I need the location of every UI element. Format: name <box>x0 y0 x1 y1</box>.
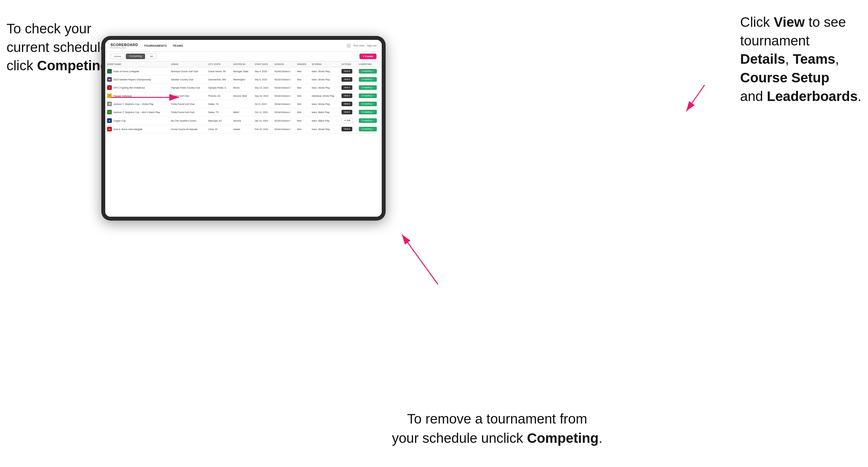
table-row: 🐾 Folds of Honor Collegiate American Dun… <box>105 67 382 75</box>
view-button[interactable]: View ℹ <box>342 93 352 98</box>
competing-button[interactable]: Competing ✓ <box>359 102 377 106</box>
view-button[interactable]: View ℹ <box>342 77 352 82</box>
cell-scoring: team, Stroke Play <box>310 75 340 84</box>
col-gender: GENDER <box>295 61 310 67</box>
view-button[interactable]: View ℹ <box>342 102 352 106</box>
cell-event-name: A Copper Cup <box>105 116 169 125</box>
cell-competing[interactable]: Competing ✓ <box>357 100 382 108</box>
cell-event-name: W 2023 Sahalee Players Championship <box>105 75 169 84</box>
cell-start-date: Oct 9, 2023 <box>253 100 272 108</box>
cell-gender: Men <box>295 92 310 100</box>
cell-gender: Men <box>295 116 310 125</box>
event-name-text: Papago Individual <box>114 95 132 97</box>
cell-gender: Men <box>295 108 310 116</box>
table-row: A Copper Cup Ak-Chin Southern DunesMaric… <box>105 116 382 125</box>
col-city-state: CITY, STATE <box>206 61 231 67</box>
nav-teams[interactable]: TEAMS <box>173 43 183 48</box>
tablet-device: SCOREBOARD Powered by clippi TOURNAMENTS… <box>101 36 385 221</box>
cell-hosted-by: Illinois <box>231 84 253 92</box>
view-button[interactable]: View ℹ <box>342 85 352 90</box>
create-button[interactable]: + Create <box>360 54 376 59</box>
cell-hosted-by <box>231 100 253 108</box>
cell-actions[interactable]: View ℹ <box>340 92 357 100</box>
event-name-text: Copper Cup <box>114 120 126 122</box>
annotation-top-right: Click View to see tournament Details, Te… <box>740 13 862 105</box>
table-row: H John A. Burns Intercollegiate Ocean Co… <box>105 125 382 133</box>
cell-competing[interactable]: Competing ✓ <box>357 125 382 133</box>
cell-actions[interactable]: View ℹ <box>340 100 357 108</box>
team-logo: I <box>107 85 112 90</box>
team-logo: W <box>107 77 112 82</box>
cell-hosted-by: Arizona <box>231 116 253 125</box>
view-button[interactable]: View ℹ <box>342 110 352 114</box>
cell-competing[interactable]: Competing ✓ <box>357 92 382 100</box>
competing-button[interactable]: Competing ✓ <box>359 127 377 131</box>
cell-city-state: Dallas, TX <box>206 100 231 108</box>
col-venue: VENUE <box>169 61 206 67</box>
cell-division: NCAA Division I <box>273 92 295 100</box>
table-row: ⚙ Jackson T. Stephens Cup – Stroke Play … <box>105 100 382 108</box>
user-label: Test User <box>353 44 364 47</box>
event-name-text: John A. Burns Intercollegiate <box>114 128 143 130</box>
cell-start-date: Sep 15, 2023 <box>253 84 272 92</box>
tab-all[interactable]: All <box>147 54 157 59</box>
tournaments-table: EVENT NAME VENUE CITY, STATE HOSTED BY S… <box>105 61 382 133</box>
scoreboard-logo: SCOREBOARD Powered by clippi <box>111 43 138 49</box>
team-logo: 🌵 <box>107 93 112 98</box>
cell-scoring: team, Stroke Play <box>310 84 340 92</box>
cell-scoring: team, Stroke Play <box>310 100 340 108</box>
tab-home[interactable]: Home <box>111 54 125 59</box>
cell-hosted-by: Washington <box>231 75 253 84</box>
competing-button[interactable]: Competing ✓ <box>359 118 377 123</box>
view-button[interactable]: View ℹ <box>342 127 352 131</box>
cell-venue: American Dunes Golf Club <box>169 67 206 75</box>
tabs: Home Competing All <box>111 54 157 59</box>
cell-actions[interactable]: View ℹ <box>340 67 357 75</box>
annotation-top-left: To check your current schedule, click Co… <box>6 20 113 75</box>
cell-competing[interactable]: Competing ✓ <box>357 75 382 84</box>
cell-actions[interactable]: View ℹ <box>340 75 357 84</box>
cell-gender: Men <box>295 75 310 84</box>
cell-division: NCAA Division I <box>273 75 295 84</box>
cell-scoring: team, Match Play <box>310 108 340 116</box>
competing-button[interactable]: Competing ✓ <box>359 93 377 98</box>
cell-actions[interactable]: View ℹ <box>340 125 357 133</box>
cell-start-date: Sep 9, 2023 <box>253 75 272 84</box>
event-name-text: OFCC Fighting Illini Invitational <box>114 87 145 89</box>
nav-tournaments[interactable]: TOURNAMENTS <box>144 43 167 48</box>
cell-division: NCAA Division I <box>273 108 295 116</box>
nav-right: Test User Sign out <box>347 44 376 48</box>
cell-competing[interactable]: Competing ✓ <box>357 67 382 75</box>
table-row: I OFCC Fighting Illini Invitational Olym… <box>105 84 382 92</box>
cell-division: NCAA Division I <box>273 67 295 75</box>
cell-actions[interactable]: View ℹ <box>340 108 357 116</box>
edit-button[interactable]: ✏ Edit <box>342 118 353 123</box>
cell-competing[interactable]: Competing ✓ <box>357 116 382 125</box>
table-row: 🌵 Papago Individual Papago Golf ClubPhoe… <box>105 92 382 100</box>
event-name-text: Folds of Honor Collegiate <box>114 70 139 72</box>
view-button[interactable]: View ℹ <box>342 69 352 73</box>
cell-venue: Trinity Forest Golf Club <box>169 100 206 108</box>
cell-actions[interactable]: View ℹ <box>340 84 357 92</box>
col-hosted-by: HOSTED BY <box>231 61 253 67</box>
event-name-text: 2023 Sahalee Players Championship <box>114 79 151 81</box>
competing-button[interactable]: Competing ✓ <box>359 110 377 114</box>
event-name-text: Jackson T. Stephens Cup – Stroke Play <box>114 103 154 105</box>
cell-scoring: individual, Stroke Play <box>310 92 340 100</box>
competing-button[interactable]: Competing ✓ <box>359 69 377 73</box>
cell-venue: Ak-Chin Southern Dunes <box>169 116 206 125</box>
sign-out-link[interactable]: Sign out <box>367 44 376 47</box>
competing-button[interactable]: Competing ✓ <box>359 77 377 82</box>
cell-event-name: H John A. Burns Intercollegiate <box>105 125 169 133</box>
cell-competing[interactable]: Competing ✓ <box>357 84 382 92</box>
tab-competing[interactable]: Competing <box>126 54 145 59</box>
col-event-name: EVENT NAME <box>105 61 169 67</box>
annotation-bottom: To remove a tournament from your schedul… <box>392 409 602 448</box>
team-logo: H <box>107 127 112 131</box>
col-actions: ACTIONS <box>340 61 357 67</box>
competing-button[interactable]: Competing ✓ <box>359 85 377 90</box>
cell-actions[interactable]: ✏ Edit <box>340 116 357 125</box>
cell-event-name: 🐾 Folds of Honor Collegiate <box>105 67 169 75</box>
table-container: EVENT NAME VENUE CITY, STATE HOSTED BY S… <box>105 61 382 217</box>
cell-competing[interactable]: Competing ✓ <box>357 108 382 116</box>
